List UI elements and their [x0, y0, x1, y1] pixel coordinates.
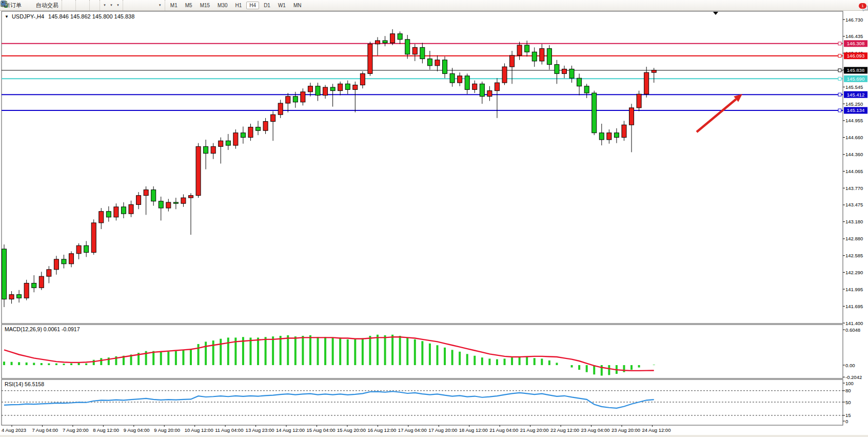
svg-text:21 Aug 20:00: 21 Aug 20:00: [520, 427, 549, 433]
indicators-button[interactable]: ▼: [102, 3, 107, 7]
svg-text:14 Aug 12:00: 14 Aug 12:00: [276, 427, 305, 433]
equidistant-channel-button[interactable]: E: [143, 5, 145, 6]
svg-text:7 Aug 04:00: 7 Aug 04:00: [32, 427, 58, 433]
svg-text:9 Aug 04:00: 9 Aug 04:00: [124, 427, 150, 433]
chart-profiles-button[interactable]: [24, 5, 26, 6]
svg-text:143.475: 143.475: [845, 202, 863, 207]
svg-text:145.838: 145.838: [847, 67, 864, 73]
chevron-down-icon: ▼: [110, 4, 113, 7]
rsi-indicator-label: RSI(14) 56.5158: [5, 381, 44, 387]
chart-canvas[interactable]: 146.730146.435146.140145.845145.545145.2…: [0, 0, 868, 437]
chart-ohlc-values: 145.846 145.862 145.800 145.838: [48, 13, 134, 20]
svg-text:144.065: 144.065: [845, 168, 863, 174]
svg-text:9 Aug 20:00: 9 Aug 20:00: [154, 427, 180, 433]
macd-indicator-label: MACD(12,26,9) 0.0061 -0.0917: [5, 326, 80, 332]
timeframe-M30[interactable]: M30: [214, 2, 230, 9]
svg-text:145.134: 145.134: [847, 107, 864, 113]
chart-shift-button[interactable]: [95, 5, 97, 6]
line-chart-button[interactable]: [71, 5, 73, 6]
toolbar-group-chart-type: [62, 0, 75, 10]
timeframe-MN[interactable]: MN: [290, 2, 305, 9]
svg-text:141.995: 141.995: [845, 287, 863, 292]
svg-text:0: 0: [845, 419, 848, 424]
text-label-button[interactable]: T: [154, 5, 156, 6]
periods-button[interactable]: ▼: [109, 3, 114, 7]
svg-text:144.955: 144.955: [845, 118, 863, 123]
trendline-button[interactable]: [140, 5, 142, 6]
arrows-button[interactable]: ▼: [157, 3, 163, 7]
svg-text:146.435: 146.435: [845, 33, 863, 39]
toolbar-group-zoom: [75, 0, 89, 10]
chevron-down-icon: ▼: [159, 4, 162, 7]
auto-trading-label: 自动交易: [36, 2, 58, 9]
svg-text:21 Aug 04:00: 21 Aug 04:00: [489, 427, 518, 433]
svg-text:15 Aug 04:00: 15 Aug 04:00: [307, 427, 336, 433]
zoom-in-button[interactable]: [78, 5, 80, 6]
notifications-button[interactable]: 1: [861, 5, 863, 6]
toolbar-group-objects: E F A T ▼: [123, 0, 165, 10]
svg-text:145.690: 145.690: [847, 76, 864, 82]
timeframe-W1[interactable]: W1: [275, 2, 289, 9]
horizontal-line-button[interactable]: [136, 5, 138, 6]
svg-text:22 Aug 12:00: 22 Aug 12:00: [550, 427, 579, 433]
search-icon: [0, 0, 8, 8]
svg-text:145.545: 145.545: [845, 84, 863, 90]
svg-text:146.093: 146.093: [847, 53, 864, 59]
chart-dropdown-icon[interactable]: ▼: [5, 14, 9, 19]
notifications-badge: 1: [858, 3, 867, 9]
svg-text:144.360: 144.360: [845, 151, 863, 157]
auto-trading-button[interactable]: 自动交易: [35, 1, 60, 10]
svg-text:142.290: 142.290: [845, 270, 863, 275]
svg-text:10 Aug 12:00: 10 Aug 12:00: [185, 427, 213, 433]
svg-text:146.308: 146.308: [847, 41, 864, 46]
svg-text:15 Aug 20:00: 15 Aug 20:00: [337, 427, 366, 433]
svg-text:7 Aug 20:00: 7 Aug 20:00: [63, 427, 89, 433]
candlestick-chart-button[interactable]: [68, 5, 70, 6]
toolbar-group-scroll: [89, 0, 100, 10]
chart-symbol-label: USDJPY-,H4: [12, 13, 44, 20]
bar-chart-button[interactable]: [64, 5, 66, 6]
auto-scroll-button[interactable]: [92, 5, 94, 6]
svg-text:18 Aug 12:00: 18 Aug 12:00: [459, 427, 488, 433]
svg-text:23 Aug 20:00: 23 Aug 20:00: [611, 427, 640, 433]
svg-text:24 Aug 12:00: 24 Aug 12:00: [642, 427, 670, 433]
svg-text:16 Aug 12:00: 16 Aug 12:00: [367, 427, 396, 433]
chart-title: ▼ USDJPY-,H4 145.846 145.862 145.800 145…: [5, 13, 134, 20]
svg-text:15: 15: [845, 412, 851, 418]
timeframe-H1[interactable]: H1: [232, 2, 245, 9]
zoom-out-button[interactable]: [82, 5, 84, 6]
svg-text:142.880: 142.880: [845, 236, 863, 241]
svg-text:143.180: 143.180: [845, 219, 863, 224]
text-button[interactable]: A: [150, 5, 152, 6]
svg-text:50: 50: [845, 400, 851, 405]
svg-text:80: 80: [845, 388, 851, 393]
cursor-button[interactable]: [125, 5, 127, 6]
svg-text:17 Aug 04:00: 17 Aug 04:00: [398, 427, 427, 433]
svg-text:0.00: 0.00: [845, 363, 855, 368]
svg-text:146.730: 146.730: [845, 17, 863, 23]
timeframe-M5[interactable]: M5: [182, 2, 195, 9]
tile-windows-button[interactable]: [85, 5, 87, 6]
timeframe-M1[interactable]: M1: [167, 2, 181, 9]
svg-text:0.6048: 0.6048: [845, 327, 860, 333]
main-toolbar: 新订单 自动交易: [0, 0, 868, 11]
svg-text:11 Aug 04:00: 11 Aug 04:00: [215, 427, 243, 433]
templates-button[interactable]: ▼: [115, 3, 121, 7]
svg-text:-0.2042: -0.2042: [845, 374, 862, 380]
chevron-down-icon: ▼: [116, 4, 120, 7]
svg-text:100: 100: [845, 381, 854, 386]
timeframe-H4[interactable]: H4: [246, 2, 259, 9]
timeframe-D1[interactable]: D1: [261, 2, 273, 9]
svg-text:141.400: 141.400: [845, 320, 863, 326]
toolbar-right: 1: [856, 5, 866, 6]
signals-button[interactable]: [31, 5, 33, 6]
svg-text:145.412: 145.412: [847, 92, 864, 98]
svg-text:17 Aug 20:00: 17 Aug 20:00: [428, 427, 457, 433]
crosshair-button[interactable]: [129, 5, 131, 6]
market-watch-button[interactable]: [28, 5, 30, 6]
svg-text:23 Aug 04:00: 23 Aug 04:00: [581, 427, 610, 433]
timeframe-M15[interactable]: M15: [197, 2, 213, 9]
vertical-line-button[interactable]: [132, 5, 134, 6]
fibonacci-button[interactable]: F: [147, 5, 149, 6]
toolbar-group-trade: 新订单 自动交易: [2, 0, 62, 10]
